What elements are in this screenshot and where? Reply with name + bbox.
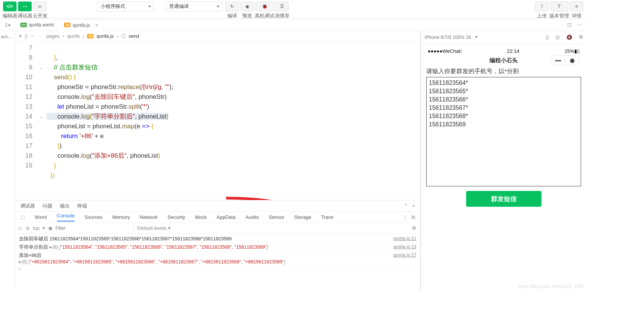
context-select[interactable]: top (33, 225, 40, 231)
tab-qunfa-wxml[interactable]: <>qunfa.wxml (15, 19, 59, 31)
simulator-pane: iPhone 6/7/8 100% 16 ▯ ◎ 🔇 ⧉ ●●●●● WeCha… (421, 31, 586, 291)
top-toolbar: </> ⋯ ∞ 编辑器 调试器 云开发 小程序模式 普通编译 ↻ ◉ 🐞 ☰ 编… (0, 0, 586, 19)
source-link[interactable]: qunfa.js:11 (390, 236, 416, 242)
line-numbers: 78910111213141516171819 (15, 42, 38, 200)
send-sms-button[interactable]: 群发短信 (466, 191, 542, 207)
nav-fwd-icon: → (38, 33, 43, 39)
panel-tab-output[interactable]: 输出 (60, 203, 70, 209)
panel-tab-debugger[interactable]: 调试器 (20, 203, 35, 209)
outline-icon[interactable]: ≡ (19, 33, 22, 39)
devtab-memory[interactable]: Memory (112, 214, 130, 220)
watermark: https://blog.csdn.net/qiushi_1990 (518, 284, 584, 289)
source-link[interactable]: qunfa.js:17 (390, 252, 416, 259)
devtab-sensor[interactable]: Sensor (269, 214, 284, 220)
sim-record-icon[interactable]: ◎ (555, 34, 560, 40)
tab-qunfa-js[interactable]: JSqunfa.js× (59, 19, 104, 31)
devtools-tabs: ⬚ Wxml Console Sources Memory Network Se… (15, 212, 420, 223)
devtools-more-icon[interactable]: ⋮ (403, 214, 408, 220)
debugger-label: 调试器 (17, 13, 32, 19)
panel-collapse-icon[interactable]: ⌃ (404, 203, 408, 209)
inspect-icon[interactable]: ⬚ (20, 214, 25, 220)
panel-tab-problems[interactable]: 问题 (43, 203, 52, 209)
devtab-console[interactable]: Console (57, 213, 75, 221)
panel-tab-terminal[interactable]: 终端 (77, 203, 87, 209)
compile-button[interactable]: ↻ (225, 2, 239, 11)
cloud-label: 云开发 (32, 13, 47, 19)
code-content[interactable]: }, // 点击群发短信 send() { phoneStr = phoneSt… (38, 42, 176, 200)
devtab-audits[interactable]: Audits (245, 214, 259, 220)
fold-icon[interactable]: ⌄ (38, 112, 44, 121)
mode-select[interactable]: 小程序模式 (97, 2, 154, 11)
device-select[interactable]: iPhone 6/7/8 100% 16 (425, 35, 471, 40)
capsule-close-icon[interactable]: ◉ (566, 57, 580, 64)
cloud-dev-button[interactable]: ∞ (33, 2, 47, 11)
editor-label: 编辑器 (2, 13, 17, 19)
version-button[interactable]: Ÿ (550, 2, 568, 11)
upload-button[interactable]: ⤴ (535, 2, 549, 11)
nav-back-icon[interactable]: ← (31, 33, 35, 39)
levels-select[interactable]: Default levels ▾ (134, 225, 171, 231)
clear-console-icon[interactable]: ⊘ (26, 225, 30, 231)
sim-mute-icon[interactable]: 🔇 (566, 34, 572, 40)
filter-input[interactable] (55, 226, 131, 231)
devtab-wxml[interactable]: Wxml (35, 214, 47, 220)
page-nav-bar: 编程小石头 ••• ◉ (426, 55, 581, 66)
devtab-storage[interactable]: Storage (294, 214, 312, 220)
phone-textarea[interactable]: 15611823564* 15611823565* 15611823566* 1… (426, 77, 581, 186)
explorer-toggle-icon[interactable]: ▯◂ (0, 22, 15, 28)
bottom-panel: 调试器 问题 输出 终端 ⌃ × ⬚ Wxml Console Sources … (15, 200, 420, 291)
file-tab-bar: ▯◂ <>qunfa.wxml JSqunfa.js× ◫ ⋯ (0, 19, 586, 31)
devtab-mock[interactable]: Mock (195, 214, 207, 220)
devtab-network[interactable]: Network (140, 214, 158, 220)
preview-button[interactable]: ◉ (240, 2, 254, 11)
devtools-dock-icon[interactable]: ⧉ (411, 214, 415, 220)
annotation-arrow (219, 162, 369, 200)
clear-cache-button[interactable]: ☰ (275, 2, 289, 11)
console-prompt[interactable]: › (19, 266, 416, 272)
source-link[interactable]: qunfa.js:13 (390, 244, 416, 251)
battery-icon: ▮▯ (574, 48, 580, 54)
more-actions-icon[interactable]: ⋯ (577, 22, 582, 28)
bookmark-icon[interactable]: ▯ (25, 33, 28, 39)
devtab-sources[interactable]: Sources (84, 214, 102, 220)
split-editor-icon[interactable]: ◫ (567, 22, 572, 28)
debugger-toggle-button[interactable]: ⋯ (18, 2, 32, 11)
panel-close-icon[interactable]: × (412, 203, 415, 209)
phone-status-bar: ●●●●● WeChat  22:14 25% ▮▯ (426, 48, 581, 55)
left-sidebar: aos... (0, 31, 15, 291)
editor-toggle-button[interactable]: </> (3, 2, 17, 11)
sim-phone-icon[interactable]: ▯ (546, 34, 549, 40)
settings-icon[interactable]: ⚙ (412, 225, 416, 231)
capsule-menu-icon[interactable]: ••• (551, 57, 565, 64)
page-title: 编程小石头 (490, 57, 518, 64)
fold-icon[interactable]: ⌄ (38, 63, 44, 72)
details-button[interactable]: ≡ (570, 2, 583, 11)
eye-icon[interactable]: ◉ (48, 225, 52, 231)
sim-popout-icon[interactable]: ⧉ (579, 34, 583, 40)
run-icon[interactable]: ▷ (19, 225, 23, 231)
devtab-trace[interactable]: Trace (321, 214, 333, 220)
devtab-security[interactable]: Security (168, 214, 185, 220)
close-icon[interactable]: × (95, 22, 98, 28)
console-output[interactable]: 去除回车键后 15611823564*15611823565*156118235… (15, 234, 420, 291)
input-hint: 请输入你要群发的手机号，以*分割 (426, 66, 581, 77)
breadcrumb[interactable]: ≡ ▯ ← → pages› qunfa› JSqunfa.js› ⬡send (15, 31, 420, 42)
method-icon: ⬡ (121, 33, 125, 39)
remote-debug-button[interactable]: 🐞 (255, 2, 274, 11)
code-editor[interactable]: 78910111213141516171819 ⌄⌄ }, // 点击群发短信 … (15, 42, 420, 200)
compile-select[interactable]: 普通编译 (166, 2, 222, 11)
devtab-appdata[interactable]: AppData (217, 214, 236, 220)
